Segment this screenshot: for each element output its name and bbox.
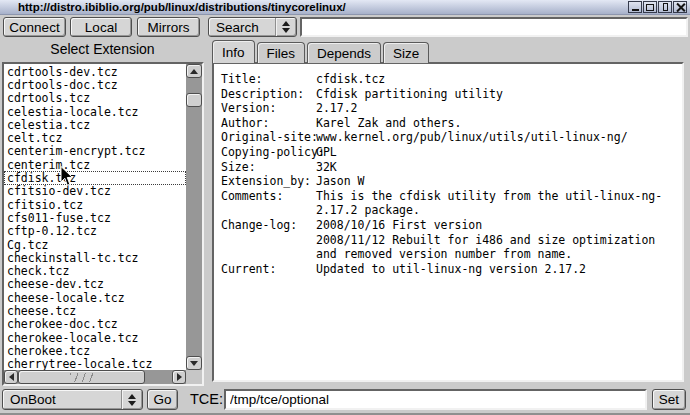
list-item[interactable]: cheese-dev.tcz [4, 278, 186, 291]
scrollbar-corner [186, 370, 202, 384]
list-item[interactable]: cfitsio-dev.tcz [4, 185, 186, 198]
list-item[interactable]: cherokee-doc.tcz [4, 318, 186, 331]
tab[interactable]: Depends [307, 42, 381, 63]
info-line: Author: Karel Zak and others. [221, 116, 678, 131]
extension-list-items: cdrtools-dev.tcz cdrtools-doc.tcz cdrtoo… [4, 64, 186, 370]
info-field-value: Updated to util-linux-ng version 2.17.2 [316, 262, 586, 277]
search-dropdown[interactable]: Search [208, 17, 297, 37]
list-item[interactable]: cfdisk.tcz [4, 171, 186, 184]
info-field-label: Copying-policy: [221, 145, 316, 160]
go-button[interactable]: Go [147, 389, 178, 410]
local-button[interactable]: Local [70, 17, 132, 37]
info-field-label: Original-site: [221, 130, 316, 145]
list-item[interactable]: celestia-locale.tcz [4, 105, 186, 118]
info-field-value: Cfdisk partitioning utility [316, 87, 503, 102]
minimize-button[interactable] [628, 1, 642, 13]
list-item[interactable]: centerim.tcz [4, 158, 186, 171]
up-down-arrows-icon [121, 390, 142, 409]
info-line: Copying-policy: GPL [221, 145, 678, 160]
scroll-down-button[interactable] [186, 356, 202, 370]
list-item[interactable]: celt.tcz [4, 131, 186, 144]
horizontal-scrollbar[interactable] [4, 370, 186, 384]
info-line: Size: 32K [221, 160, 678, 175]
info-line: Title: cfdisk.tcz [221, 72, 678, 87]
info-field-value: 2.17.2 [316, 101, 358, 116]
list-item[interactable]: cfs011-fuse.tcz [4, 211, 186, 224]
info-field-label [221, 247, 316, 262]
info-line: 2.17.2 package. [221, 203, 678, 218]
window-title: http://distro.ibiblio.org/pub/linux/dist… [0, 1, 346, 13]
onboot-dropdown[interactable]: OnBoot [2, 389, 143, 410]
maximize-button[interactable] [643, 1, 657, 13]
info-field-label: Size: [221, 160, 316, 175]
scroll-up-button[interactable] [186, 64, 202, 78]
connect-button[interactable]: Connect [3, 17, 66, 37]
search-dropdown-label: Search [209, 18, 275, 36]
list-item[interactable]: cdrtools-doc.tcz [4, 78, 186, 91]
titlebar[interactable]: http://distro.ibiblio.org/pub/linux/dist… [0, 0, 690, 15]
list-item[interactable]: celestia.tcz [4, 118, 186, 131]
list-item[interactable]: cftp-0.12.tcz [4, 225, 186, 238]
info-line: Original-site: www.kernel.org/pub/linux/… [221, 130, 678, 145]
info-line: Change-log: 2008/10/16 First version [221, 218, 678, 233]
left-arrow-icon [9, 373, 14, 381]
set-button[interactable]: Set [652, 389, 686, 410]
tce-input[interactable] [224, 389, 647, 410]
vertical-scroll-thumb[interactable] [186, 93, 202, 107]
list-item[interactable]: checkinstall-tc.tcz [4, 251, 186, 264]
info-field-value: www.kernel.org/pub/linux/utils/util-linu… [316, 130, 628, 145]
info-field-label [221, 203, 316, 218]
info-field-label: Title: [221, 72, 316, 87]
shade-button[interactable] [658, 1, 672, 13]
list-item[interactable]: cheese.tcz [4, 304, 186, 317]
list-item[interactable]: cdrtools.tcz [4, 92, 186, 105]
info-field-value: Karel Zak and others. [316, 116, 461, 131]
info-line: and removed version number from name. [221, 247, 678, 262]
info-field-value: cfdisk.tcz [316, 72, 385, 87]
list-item[interactable]: Cg.tcz [4, 238, 186, 251]
window-controls [628, 1, 687, 13]
mirrors-button[interactable]: Mirrors [137, 17, 200, 37]
onboot-dropdown-label: OnBoot [3, 390, 121, 409]
list-item[interactable]: check.tcz [4, 264, 186, 277]
tab-bar: Info Files Depends Size [212, 40, 431, 63]
select-extension-header: Select Extension [0, 41, 205, 57]
info-line: Description: Cfdisk partitioning utility [221, 87, 678, 102]
appbrowser-window: http://distro.ibiblio.org/pub/linux/dist… [0, 0, 690, 415]
list-item[interactable]: cdrtools-dev.tcz [4, 65, 186, 78]
search-input[interactable] [300, 17, 688, 37]
info-field-value: 2008/11/12 Rebuilt for i486 and size opt… [316, 233, 655, 248]
tab[interactable]: Files [257, 42, 306, 63]
info-line: Version: 2.17.2 [221, 101, 678, 116]
info-field-value: and removed version number from name. [316, 247, 572, 262]
info-field-label [221, 233, 316, 248]
list-item[interactable]: centerim-encrypt.tcz [4, 145, 186, 158]
list-item[interactable]: cherokee-locale.tcz [4, 331, 186, 344]
info-field-value: GPL [316, 145, 337, 160]
up-arrow-icon [190, 69, 198, 74]
info-field-value: Jason W [316, 174, 364, 189]
extension-list: cdrtools-dev.tcz cdrtools-doc.tcz cdrtoo… [2, 62, 204, 386]
vertical-scrollbar[interactable] [186, 64, 202, 370]
tce-label: TCE: [190, 391, 223, 407]
tab[interactable]: Info [212, 40, 255, 63]
grip-icon [70, 373, 94, 382]
list-item[interactable]: cherrytree-locale.tcz [4, 358, 186, 370]
info-line: Comments: This is the cfdisk utility fro… [221, 189, 678, 204]
list-item[interactable]: cheese-locale.tcz [4, 291, 186, 304]
info-field-value: This is the cfdisk utility from the util… [316, 189, 662, 204]
list-item[interactable]: cherokee.tcz [4, 344, 186, 357]
info-line: Current: Updated to util-linux-ng versio… [221, 262, 678, 277]
horizontal-scroll-thumb[interactable] [18, 370, 145, 384]
tab[interactable]: Size [383, 42, 429, 63]
close-button[interactable] [673, 1, 687, 13]
scroll-right-button[interactable] [172, 370, 186, 384]
info-line: Extension_by: Jason W [221, 174, 678, 189]
info-field-label: Comments: [221, 189, 316, 204]
info-line: 2008/11/12 Rebuilt for i486 and size opt… [221, 233, 678, 248]
minimize-icon [632, 9, 639, 11]
list-item[interactable]: cfitsio.tcz [4, 198, 186, 211]
down-arrow-icon [190, 361, 198, 366]
scroll-left-button[interactable] [4, 370, 18, 384]
info-panel: Title: cfdisk.tcz Description: Cfdisk pa… [212, 62, 684, 382]
